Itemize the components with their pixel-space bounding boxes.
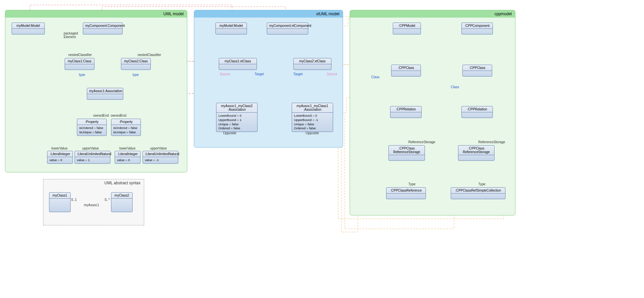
xtuml-assoc1-node: myAssoc1_myClass2 :Association LowerBoun… (216, 103, 258, 132)
label-cpptype2: Type (478, 182, 486, 186)
label-type2: type (133, 73, 139, 77)
uml-li1-node: :LiteralInteger value = 0 (47, 151, 73, 164)
label-source2: Source (327, 72, 337, 76)
label-type1: type (79, 73, 85, 77)
abstract-class1: myClass1 (49, 192, 71, 212)
label-owned1: ownedEnd (93, 114, 109, 117)
cpp-class2-node: :CPPClass (462, 65, 492, 77)
uml-class2-node: myClass2:Class (121, 58, 151, 70)
label-cpptype1: Type (408, 182, 416, 186)
xtuml-class1-node: myClass1:xtClass (219, 58, 257, 70)
cpp-component-node: :CPPComponent (461, 23, 493, 34)
label-opposite2: Opposite (306, 131, 319, 135)
label-packaged: packaged Element (64, 31, 78, 39)
uml-component-node: myComponent:Component (83, 23, 123, 34)
cpp-region-title: cppmodel (350, 10, 515, 18)
label-lower1: lowerValue (51, 147, 68, 150)
label-owned2: ownedEnd (111, 114, 126, 117)
xtuml-class2-node: myClass2:xtClass (293, 58, 331, 70)
label-target2: Target (293, 72, 303, 76)
label-lower2: lowerValue (119, 147, 136, 150)
abstract-m1: 0..1 (71, 198, 77, 202)
uml-prop2-node: :Property isOrdered = falseisUnique = fa… (111, 119, 141, 136)
abstract-region-title: UML abstract syntax (43, 179, 144, 187)
uml-lu2-node: :LiteralUnlimitedNatural value = -1 (143, 151, 178, 164)
abstract-assoc: myAssoc1 (84, 203, 99, 207)
cpp-refstore1-node: :CPPClass ReferenceStorage (388, 145, 425, 161)
xtuml-component-node: myComponent:xtComponent (267, 23, 308, 34)
label-cppclass2: Class (451, 85, 459, 89)
cpp-model-node: :CPPModel (393, 23, 421, 34)
xtuml-region-title: xtUML model (194, 10, 343, 18)
label-cppclass1: Class (371, 75, 380, 79)
label-target1: Target (255, 72, 264, 76)
cpp-rel1-node: :CPPRelation (390, 106, 422, 118)
label-upper1: upperValue (82, 147, 99, 150)
xtuml-assoc2-node: myAssoc1_myClass1 :Association LowerBoun… (292, 103, 333, 132)
xtuml-model-node: myModel:Model (215, 23, 247, 34)
label-nested1: nestedClassifier (68, 53, 92, 57)
uml-assoc-node: myAssoc1:Association (87, 88, 123, 100)
cpp-class1-node: :CPPClass (391, 65, 421, 77)
label-nested2: nestedClassifier (138, 53, 161, 57)
label-refstore1: ReferenceStorage (408, 140, 435, 144)
cpp-ref1-node: :CPPClassReference (386, 187, 426, 199)
abstract-m2: 0..* (105, 198, 110, 202)
uml-prop1-node: :Property isOrdered = falseisUnique = fa… (77, 119, 107, 136)
label-opposite1: Opposite (223, 131, 236, 135)
label-refstore2: ReferenceStorage (478, 140, 505, 144)
cpp-rel2-node: :CPPRelation (461, 106, 493, 118)
label-upper2: upperValue (150, 147, 167, 150)
label-source1: Source (220, 72, 230, 76)
uml-li2-node: :LiteralInteger value = 0 (115, 151, 141, 164)
uml-class1-node: myClass1:Class (65, 58, 94, 70)
uml-region-title: UML model (5, 10, 187, 18)
cpp-refstore2-node: :CPPClass ReferenceStorage (458, 145, 495, 161)
uml-model-node: myModel:Model (12, 23, 45, 34)
cpp-ref2-node: :CPPClassRefSimpleCollection (451, 187, 505, 199)
uml-lu1-node: :LiteralUnlimitedNatural value = 1 (75, 151, 110, 164)
abstract-class2: myClass2 (111, 192, 133, 212)
